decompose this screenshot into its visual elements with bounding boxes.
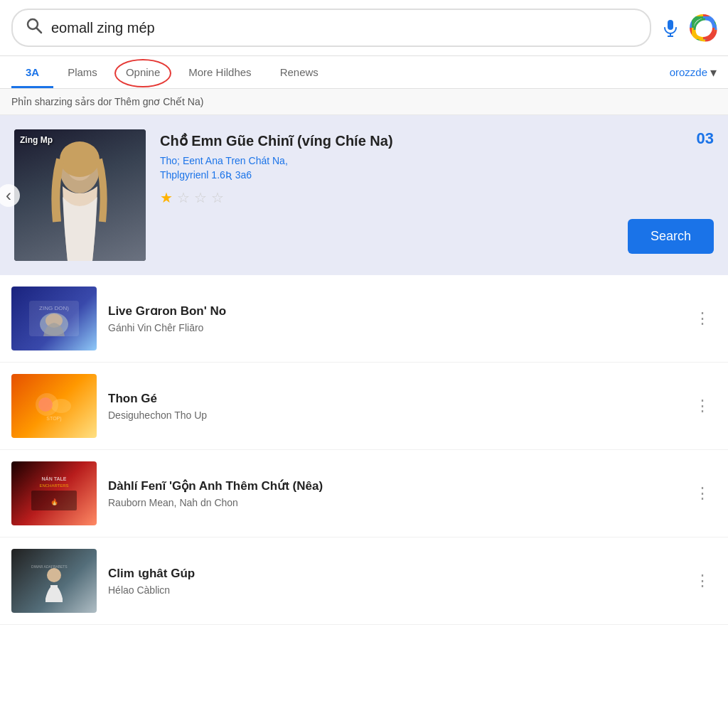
featured-card: ‹ Zing Mp Chồ Emn Gũe Chinĩ (víng Chíe N… bbox=[0, 115, 728, 275]
svg-text:DIWAR ADAFBABETS: DIWAR ADAFBABETS bbox=[31, 564, 68, 569]
svg-point-16 bbox=[38, 397, 53, 412]
search-icon bbox=[26, 17, 43, 38]
list-title-1: Live Grɑron Bon' No bbox=[108, 304, 678, 318]
more-button-1[interactable]: ⋮ bbox=[689, 304, 717, 333]
svg-text:ZING DON): ZING DON) bbox=[39, 305, 69, 311]
search-bar-container bbox=[0, 0, 728, 56]
account-menu[interactable]: orozzde ▾ bbox=[670, 65, 717, 80]
tab-opnine[interactable]: Opnine bbox=[112, 56, 174, 88]
featured-subtitle: Tho; Eent Ana Tren Chát Na, bbox=[160, 155, 714, 166]
list-info-3: Dàhlí Fenĩ 'Gộn Anh Thêm Chứt (Nêa) Raub… bbox=[108, 478, 678, 508]
list-title-2: Thon Gé bbox=[108, 392, 678, 406]
featured-stars: ★ ☆ ☆ ☆ bbox=[160, 189, 714, 206]
svg-line-1 bbox=[37, 28, 42, 33]
list-info-2: Thon Gé Desiguhechon Tho Up bbox=[108, 392, 678, 421]
search-button[interactable]: Search bbox=[628, 219, 714, 254]
list-thumb-1: ZING DON) bbox=[11, 287, 97, 350]
tab-more-hildhes[interactable]: More Hildhes bbox=[174, 56, 265, 88]
list-title-3: Dàhlí Fenĩ 'Gộn Anh Thêm Chứt (Nêa) bbox=[108, 478, 678, 493]
list-thumb-4: DIWAR ADAFBABETS bbox=[11, 549, 97, 613]
more-button-4[interactable]: ⋮ bbox=[689, 566, 717, 596]
featured-title: Chồ Emn Gũe Chinĩ (víng Chíe Na) bbox=[160, 132, 714, 149]
list-info-4: Clim ɩghât Gúp Hélaо Càblicn bbox=[108, 566, 678, 596]
tab-3a[interactable]: 3A bbox=[11, 56, 53, 88]
list-subtitle-3: Rauborn Mean, Nah dn Chon bbox=[108, 497, 678, 508]
search-bar bbox=[11, 9, 651, 47]
svg-text:STOP): STOP) bbox=[46, 416, 61, 422]
svg-rect-2 bbox=[668, 20, 673, 30]
list-info-1: Live Grɑron Bon' No Gánhi Vin Chêr Fliār… bbox=[108, 304, 678, 333]
subtitle-bar: Phỉn sharzing sảrs dor Thêm gnơ Chết Na) bbox=[0, 89, 728, 115]
list-subtitle-4: Hélaо Càblicn bbox=[108, 584, 678, 596]
star-2: ☆ bbox=[177, 189, 190, 206]
svg-point-22 bbox=[47, 568, 61, 582]
tabs-container: 3A Plams Opnine More Hildhes Renews oroz… bbox=[0, 56, 728, 89]
svg-text:ENCHARTERS: ENCHARTERS bbox=[39, 483, 68, 488]
list-subtitle-2: Desiguhechon Tho Up bbox=[108, 410, 678, 421]
svg-point-15 bbox=[51, 399, 71, 413]
tab-renews[interactable]: Renews bbox=[266, 56, 333, 88]
list-thumb-2: STOP) bbox=[11, 374, 97, 438]
search-input[interactable] bbox=[51, 20, 637, 36]
tab-plams[interactable]: Plams bbox=[53, 56, 112, 88]
featured-info: Chồ Emn Gũe Chinĩ (víng Chíe Na) Tho; Ee… bbox=[160, 129, 714, 215]
featured-meta: Thplgyrienl 1.6Ʀ 3a6 bbox=[160, 169, 714, 181]
list-item: DIWAR ADAFBABETS Clim ɩghât Gúp Hélaо Cà… bbox=[0, 537, 728, 625]
list-item: STOP) Thon Gé Desiguhechon Tho Up ⋮ bbox=[0, 363, 728, 450]
star-4: ☆ bbox=[211, 189, 224, 206]
svg-text:NÁN TALE: NÁN TALE bbox=[42, 476, 67, 481]
mic-icon[interactable] bbox=[660, 17, 681, 38]
list-item: NÁN TALE ENCHARTERS 🔥 Dàhlí Fenĩ 'Gộn An… bbox=[0, 450, 728, 537]
featured-number: 03 bbox=[697, 129, 714, 148]
svg-text:🔥: 🔥 bbox=[50, 498, 59, 506]
more-button-2[interactable]: ⋮ bbox=[689, 391, 717, 421]
svg-rect-23 bbox=[50, 585, 58, 598]
google-lens-icon[interactable] bbox=[690, 14, 717, 41]
chevron-down-icon: ▾ bbox=[710, 65, 717, 80]
star-1: ★ bbox=[160, 189, 173, 206]
svg-point-8 bbox=[60, 141, 100, 177]
featured-thumb-label: Zing Mp bbox=[20, 135, 53, 145]
list-subtitle-1: Gánhi Vin Chêr Fliāro bbox=[108, 322, 678, 333]
featured-thumbnail: Zing Mp bbox=[14, 129, 146, 261]
list-title-4: Clim ɩghât Gúp bbox=[108, 566, 678, 581]
more-button-3[interactable]: ⋮ bbox=[689, 478, 717, 508]
list-thumb-3: NÁN TALE ENCHARTERS 🔥 bbox=[11, 461, 97, 525]
star-3: ☆ bbox=[194, 189, 207, 206]
list-item: ZING DON) Live Grɑron Bon' No Gánhi Vin … bbox=[0, 275, 728, 363]
